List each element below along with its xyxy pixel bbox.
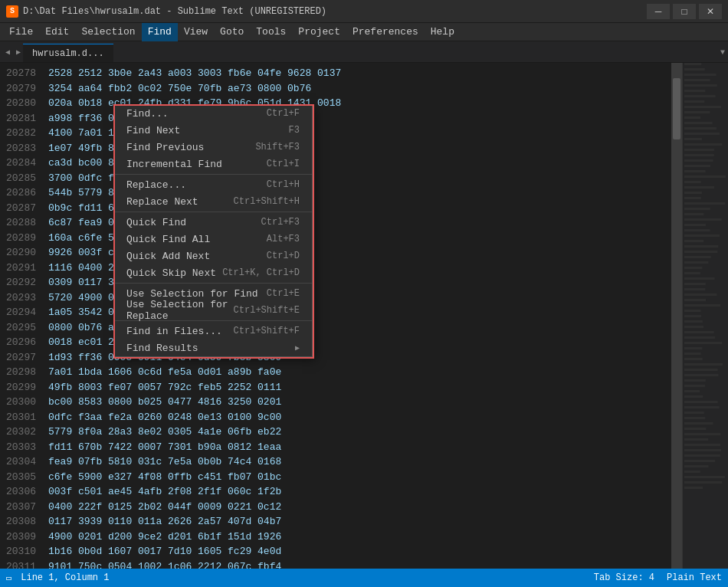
find-menu-item-replace[interactable]: Replace...Ctrl+H <box>114 176 312 193</box>
maximize-button[interactable]: □ <box>673 4 696 19</box>
status-bar: ▭ Line 1, Column 1 Tab Size: 4 Plain Tex… <box>0 569 728 587</box>
line-number: 20300 <box>3 395 36 410</box>
menu-item-shortcut: Ctrl+D <box>267 251 300 261</box>
code-line: fea9 07fb 5810 031c 7e5a 0b0b 74c4 0168 <box>48 454 665 470</box>
close-button[interactable]: ✕ <box>699 4 722 19</box>
line-number: 20284 <box>3 156 36 171</box>
code-line: 3254 aa64 fbb2 0c02 750e 70fb ae73 0800 … <box>48 81 665 97</box>
line-number: 20304 <box>3 454 36 470</box>
menu-item-label: Find... <box>126 108 267 120</box>
tab-size: Tab Size: 4 <box>594 572 654 583</box>
menu-selection[interactable]: Selection <box>75 23 141 41</box>
menu-project[interactable]: Project <box>292 23 346 41</box>
code-line: 9101 750c 0504 1002 1c06 2212 067c fbf4 <box>48 559 665 569</box>
menu-item-label: Find Results <box>126 343 295 354</box>
line-number: 20305 <box>3 470 36 485</box>
menu-help[interactable]: Help <box>425 23 461 41</box>
menu-item-shortcut: Shift+F3 <box>255 142 300 152</box>
menu-item-label: Incremental Find <box>126 159 267 170</box>
code-line: 0117 3939 0110 011a 2626 2a57 407d 04b7 <box>48 514 665 530</box>
code-line: bc00 8583 0800 b025 0477 4816 3250 0201 <box>48 395 665 410</box>
code-line: fd11 670b 7422 0007 7301 b90a 0812 1eaa <box>48 440 665 455</box>
menu-item-label: Quick Add Next <box>126 251 267 262</box>
find-menu-item-find-next[interactable]: Find NextF3 <box>114 122 312 139</box>
line-number: 20287 <box>3 201 36 216</box>
line-number: 20302 <box>3 425 36 440</box>
find-menu-item-use-sel-replace[interactable]: Use Selection for ReplaceCtrl+Shift+E <box>114 302 312 319</box>
code-line: c6fe 5900 e327 4f08 0ffb c451 fb07 01bc <box>48 470 665 485</box>
code-line: 2528 2512 3b0e 2a43 a003 3003 fb6e 04fe … <box>48 66 665 81</box>
content-area: 2027820279202802028120282202832028420285… <box>0 63 728 569</box>
line-number: 20285 <box>3 171 36 186</box>
tab-prev-button[interactable]: ◀ <box>3 47 12 57</box>
line-number: 20288 <box>3 215 36 231</box>
line-number: 20281 <box>3 111 36 126</box>
menu-item-shortcut: Ctrl+H <box>267 179 300 190</box>
find-menu-item-find-in-files[interactable]: Find in Files...Ctrl+Shift+F <box>114 323 312 339</box>
menu-bar: File Edit Selection Find View Goto Tools… <box>0 23 728 41</box>
menu-view[interactable]: View <box>178 23 214 41</box>
menu-separator <box>114 212 312 212</box>
line-number: 20301 <box>3 410 36 425</box>
status-left: ▭ Line 1, Column 1 <box>6 572 594 584</box>
code-line: 7a01 1bda 1606 0c6d fe5a 0d01 a89b fa0e <box>48 365 665 380</box>
menu-file[interactable]: File <box>3 23 39 41</box>
menu-item-label: Find Next <box>126 125 289 136</box>
find-dropdown-menu[interactable]: Find...Ctrl+FFind NextF3Find PreviousShi… <box>113 104 313 357</box>
find-menu-item-quick-add-next[interactable]: Quick Add NextCtrl+D <box>114 248 312 264</box>
menu-item-label: Quick Find <box>126 217 261 228</box>
menu-item-shortcut: Ctrl+F3 <box>261 217 300 228</box>
code-line: 4900 0201 d200 9ce2 d201 6b1f 151d 1926 <box>48 530 665 545</box>
code-line: 0400 222f 0125 2b02 044f 0009 0221 0c12 <box>48 500 665 515</box>
menu-edit[interactable]: Edit <box>39 23 75 41</box>
line-number: 20297 <box>3 350 36 366</box>
submenu-arrow-icon: ▶ <box>295 343 300 353</box>
menu-item-label: Replace... <box>126 179 267 191</box>
active-tab[interactable]: hwrusalm.d... <box>23 44 113 62</box>
line-number: 20291 <box>3 261 36 276</box>
find-menu-item-incremental-find[interactable]: Incremental FindCtrl+I <box>114 156 312 172</box>
scrollbar-thumb[interactable] <box>673 78 680 139</box>
app-icon: S <box>6 5 18 18</box>
menu-item-label: Quick Find All <box>126 234 267 245</box>
line-number: 20295 <box>3 320 36 336</box>
window-controls: ─ □ ✕ <box>647 4 722 19</box>
tab-dropdown-button[interactable]: ▼ <box>720 48 725 56</box>
menu-item-label: Use Selection for Find <box>126 288 267 300</box>
find-menu-item-quick-find[interactable]: Quick FindCtrl+F3 <box>114 214 312 231</box>
find-menu-item-find-prev[interactable]: Find PreviousShift+F3 <box>114 139 312 156</box>
find-menu-item-find-results[interactable]: Find Results▶ <box>114 339 312 356</box>
line-number: 20311 <box>3 559 36 569</box>
line-number: 20283 <box>3 141 36 156</box>
find-menu-item-replace-next[interactable]: Replace NextCtrl+Shift+H <box>114 193 312 210</box>
code-line: 003f c501 ae45 4afb 2f08 2f1f 060c 1f2b <box>48 484 665 500</box>
menu-goto[interactable]: Goto <box>214 23 250 41</box>
menu-item-label: Use Selection for Replace <box>126 299 234 322</box>
menu-item-shortcut: Alt+F3 <box>267 234 300 244</box>
menu-item-shortcut: Ctrl+Shift+H <box>234 196 300 207</box>
tab-next-button[interactable]: ▶ <box>14 47 23 57</box>
menu-item-label: Quick Skip Next <box>126 267 222 279</box>
code-line: 49fb 8003 fe07 0057 792c feb5 2252 0111 <box>48 380 665 395</box>
menu-preferences[interactable]: Preferences <box>346 23 425 41</box>
line-number: 20289 <box>3 231 36 246</box>
menu-item-label: Find in Files... <box>126 326 234 337</box>
line-number: 20293 <box>3 290 36 306</box>
menu-item-shortcut: Ctrl+Shift+F <box>234 326 300 336</box>
vertical-scrollbar[interactable] <box>671 63 682 569</box>
line-number: 20296 <box>3 335 36 350</box>
line-number: 20280 <box>3 96 36 111</box>
line-number: 20310 <box>3 544 36 559</box>
status-right: Tab Size: 4 Plain Text <box>594 572 722 583</box>
find-menu-item-find[interactable]: Find...Ctrl+F <box>114 105 312 122</box>
find-menu-item-quick-skip-next[interactable]: Quick Skip NextCtrl+K, Ctrl+D <box>114 264 312 281</box>
minimize-button[interactable]: ─ <box>647 4 670 19</box>
line-number: 20286 <box>3 185 36 201</box>
line-number: 20282 <box>3 126 36 141</box>
menu-find[interactable]: Find <box>142 23 178 41</box>
find-menu-item-quick-find-all[interactable]: Quick Find AllAlt+F3 <box>114 231 312 248</box>
menu-item-shortcut: Ctrl+I <box>267 159 300 169</box>
menu-tools[interactable]: Tools <box>250 23 292 41</box>
menu-item-shortcut: F3 <box>289 125 300 136</box>
code-editor[interactable]: 2027820279202802028120282202832028420285… <box>0 63 728 569</box>
